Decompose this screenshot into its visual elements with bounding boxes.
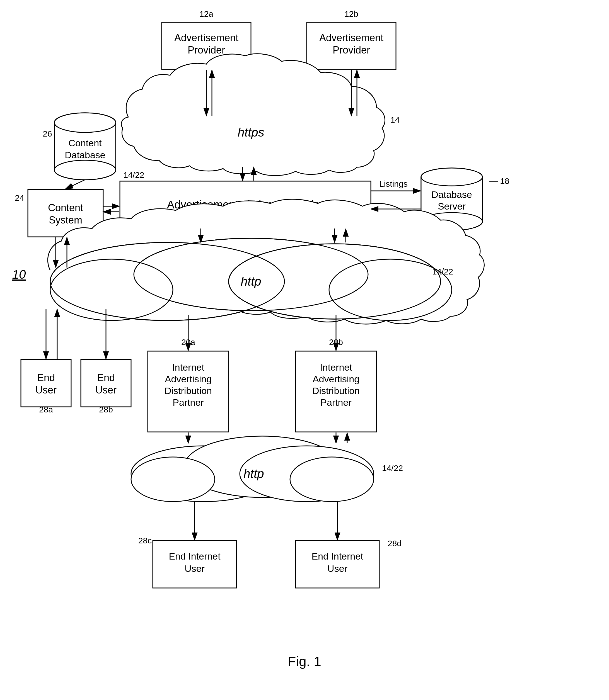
svg-point-35 [421,168,482,186]
content-database: Content Database 26 [43,113,116,180]
svg-text:28c: 28c [138,536,152,545]
http-cloud-bottom: http 14/22 [131,436,403,502]
svg-text:10: 10 [12,268,26,281]
svg-text:Content: Content [48,202,83,213]
svg-text:24: 24 [15,193,24,202]
svg-text:26: 26 [43,129,52,138]
svg-text:User: User [35,384,57,396]
svg-text:End Internet: End Internet [312,551,363,561]
svg-text:https: https [238,125,264,139]
svg-text:14: 14 [390,115,400,124]
svg-text:Advertising: Advertising [165,374,212,384]
svg-text:End Internet: End Internet [169,551,221,561]
svg-text:28a: 28a [39,405,53,414]
svg-text:Database: Database [65,150,105,160]
diagram-container: Advertisement Provider 12a Advertisement… [0,0,609,700]
svg-text:14/22: 14/22 [382,463,403,473]
svg-text:14/22: 14/22 [123,170,144,179]
svg-text:System: System [49,214,82,226]
https-cloud: https 14 [121,54,400,176]
svg-text:Advertisement: Advertisement [174,32,239,43]
svg-text:User: User [185,563,205,574]
svg-text:Server: Server [438,201,466,212]
svg-text:Provider: Provider [188,44,225,56]
svg-text:Listings: Listings [379,179,408,189]
svg-text:Advertising: Advertising [313,374,360,384]
svg-text:End: End [37,372,55,383]
svg-text:Distribution: Distribution [312,385,360,396]
svg-text:Provider: Provider [333,44,370,56]
diagram-svg: Advertisement Provider 12a Advertisement… [0,0,609,700]
svg-line-101 [66,180,85,189]
svg-text:12b: 12b [344,9,358,18]
svg-text:Internet: Internet [320,362,352,373]
svg-text:Fig. 1: Fig. 1 [288,654,321,669]
svg-text:User: User [95,384,117,396]
svg-text:28d: 28d [388,539,402,548]
svg-text:Partner: Partner [173,397,204,408]
http-cloud-mid: http 14/22 [50,238,453,321]
svg-point-15 [54,113,116,132]
svg-point-48 [50,259,173,321]
svg-text:Distribution: Distribution [164,385,212,396]
svg-point-81 [290,457,373,502]
svg-text:— 18: — 18 [489,176,509,185]
svg-point-80 [131,457,215,502]
svg-text:Advertisement: Advertisement [319,32,383,43]
svg-text:12a: 12a [199,9,213,18]
svg-text:http: http [243,467,264,480]
svg-text:http: http [241,274,261,288]
svg-text:Internet: Internet [172,362,204,373]
svg-text:Content: Content [68,138,102,148]
svg-text:End: End [97,372,115,383]
svg-point-18 [54,160,116,180]
svg-line-88 [148,545,153,548]
svg-text:14/22: 14/22 [432,267,453,276]
svg-text:User: User [327,563,347,574]
svg-text:Database: Database [431,189,472,200]
svg-text:28b: 28b [99,405,113,414]
svg-text:Partner: Partner [320,397,352,408]
